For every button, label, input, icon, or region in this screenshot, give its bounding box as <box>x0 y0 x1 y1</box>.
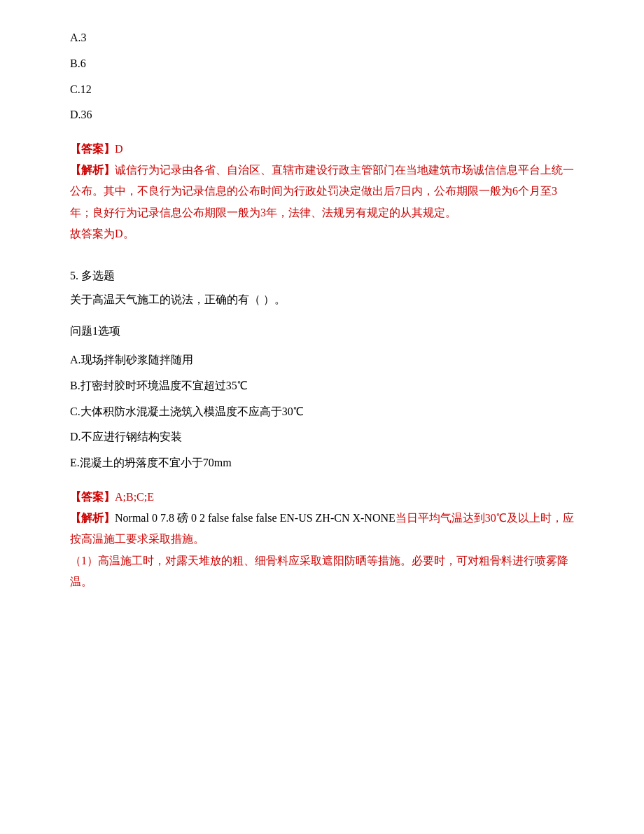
q4-options: A.3 B.6 C.12 D.36 <box>70 28 574 125</box>
q5-number: 5. 多选题 <box>70 266 574 286</box>
q5-explanation-normal-words: Normal 0 7.8 磅 0 2 false false false EN-… <box>115 512 396 524</box>
q5-option-d: D.不应进行钢结构安装 <box>70 427 574 447</box>
q5-answer-value: A;B;C;E <box>115 491 154 503</box>
q5-answer-line: 【答案】A;B;C;E <box>70 487 574 508</box>
q4-answer-value: D <box>115 143 123 155</box>
option-a: A.3 <box>70 28 574 48</box>
q5-option-b: B.打密封胶时环境温度不宜超过35℃ <box>70 376 574 396</box>
q5-explanation-prefix: 【解析】 <box>70 512 115 524</box>
q5-option-a: A.现场拌制砂浆随拌随用 <box>70 350 574 370</box>
option-c: C.12 <box>70 80 574 100</box>
q4-explanation-body: 诚信行为记录由各省、自治区、直辖市建设行政主管部门在当地建筑市场诚信信息平台上统… <box>70 164 574 218</box>
q4-explanation: 【解析】诚信行为记录由各省、自治区、直辖市建设行政主管部门在当地建筑市场诚信信息… <box>70 160 574 223</box>
q4-answer-line: 【答案】D <box>70 139 574 160</box>
option-d: D.36 <box>70 105 574 125</box>
q5-option-e: E.混凝土的坍落度不宜小于70mm <box>70 453 574 473</box>
option-b: B.6 <box>70 54 574 74</box>
q5-explanation-mixed: 【解析】Normal 0 7.8 磅 0 2 false false false… <box>70 508 574 550</box>
q4-answer-prefix: 【答案】 <box>70 143 115 155</box>
q5-body: 关于高温天气施工的说法，正确的有（ ）。 <box>70 290 574 310</box>
q4-conclusion: 故答案为D。 <box>70 223 574 244</box>
q5-explanation-body1: （1）高温施工时，对露天堆放的粗、细骨料应采取遮阳防晒等措施。必要时，可对粗骨料… <box>70 550 574 593</box>
page-container: A.3 B.6 C.12 D.36 【答案】D 【解析】诚信行为记录由各省、自治… <box>0 0 644 834</box>
q4-answer-section: 【答案】D 【解析】诚信行为记录由各省、自治区、直辖市建设行政主管部门在当地建筑… <box>70 139 574 244</box>
q5-option-c: C.大体积防水混凝土浇筑入模温度不应高于30℃ <box>70 402 574 422</box>
q4-explanation-prefix: 【解析】 <box>70 164 115 176</box>
q5-sub-header: 问题1选项 <box>70 321 574 342</box>
q5-options: A.现场拌制砂浆随拌随用 B.打密封胶时环境温度不宜超过35℃ C.大体积防水混… <box>70 350 574 473</box>
q5-answer-prefix: 【答案】 <box>70 491 115 503</box>
q5-answer-section: 【答案】A;B;C;E 【解析】Normal 0 7.8 磅 0 2 false… <box>70 487 574 592</box>
